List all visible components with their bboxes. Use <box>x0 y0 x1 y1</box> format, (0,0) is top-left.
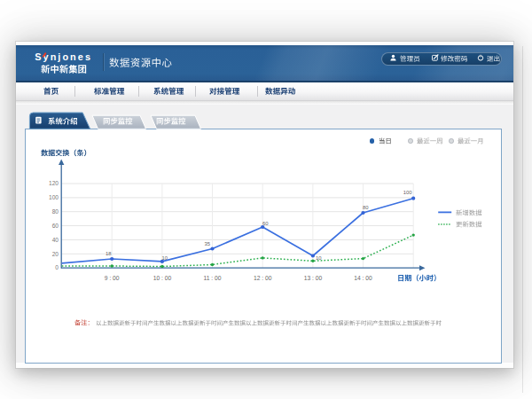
svg-text:60: 60 <box>51 223 59 229</box>
svg-text:120: 120 <box>49 180 59 186</box>
svg-text:14 : 00: 14 : 00 <box>354 275 372 281</box>
svg-text:80: 80 <box>363 205 369 210</box>
svg-text:13 : 00: 13 : 00 <box>303 275 322 281</box>
svg-text:80: 80 <box>51 208 59 215</box>
svg-text:9 : 00: 9 : 00 <box>105 275 120 281</box>
svg-text:100: 100 <box>403 190 413 195</box>
svg-text:18: 18 <box>106 251 112 256</box>
svg-text:60: 60 <box>262 221 269 226</box>
svg-text:40: 40 <box>51 237 59 243</box>
svg-text:0: 0 <box>55 265 59 271</box>
svg-text:11 : 00: 11 : 00 <box>203 275 221 281</box>
svg-text:100: 100 <box>49 194 59 200</box>
svg-text:20: 20 <box>51 251 59 257</box>
svg-text:10 : 00: 10 : 00 <box>153 275 171 281</box>
svg-text:10: 10 <box>161 256 168 262</box>
svg-text:10: 10 <box>316 255 322 261</box>
svg-text:12 : 00: 12 : 00 <box>254 275 272 281</box>
svg-text:35: 35 <box>204 241 210 246</box>
